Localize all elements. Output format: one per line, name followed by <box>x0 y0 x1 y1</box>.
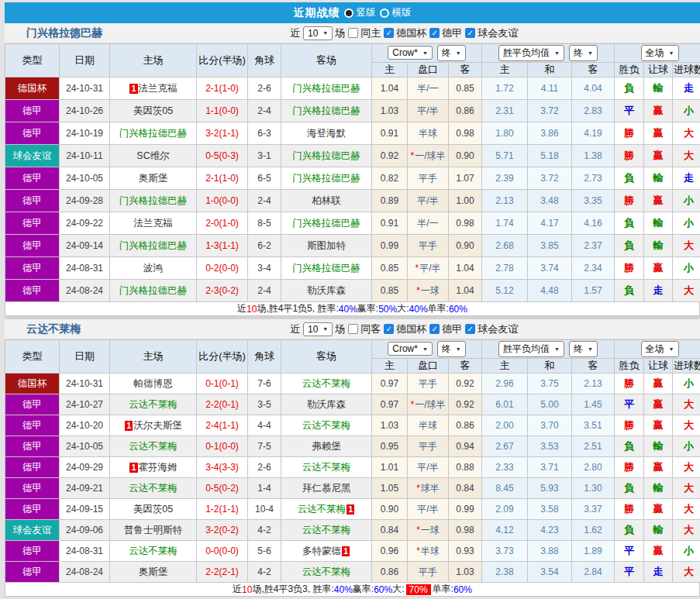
league-filter-label-2: 球会友谊 <box>478 26 518 40</box>
team-name: 云达不莱梅 <box>302 525 351 535</box>
asia-line: 一/球半 <box>415 150 445 161</box>
asia-home-odds: 0.82 <box>372 167 408 190</box>
summary-part: 40% <box>409 304 428 315</box>
goals-cell: 大 <box>673 478 700 499</box>
date-cell: 24-10-20 <box>60 415 110 436</box>
odds-company-select[interactable]: Crow*▼ <box>388 342 433 356</box>
team-title: 云达不莱梅 <box>26 322 181 336</box>
recent-count-select[interactable]: 10▼ <box>303 322 333 336</box>
asia-home-odds: 1.04 <box>372 77 408 100</box>
avg-home: 2.13 <box>482 190 528 212</box>
avg-stage-select[interactable]: 终▼ <box>569 45 598 61</box>
home-team-cell: 门兴格拉德巴赫 <box>110 190 197 212</box>
avg-away: 4.16 <box>572 212 615 235</box>
horizontal-layout-radio[interactable]: 横版 <box>380 6 412 19</box>
scope-select[interactable]: 全场▼ <box>641 341 679 357</box>
away-team-cell: 门兴格拉德巴赫 <box>281 100 372 122</box>
corners-cell: 3-4 <box>248 257 281 280</box>
asia-line: 半球 <box>419 420 437 431</box>
league-cell: 德甲 <box>5 167 60 190</box>
team-section: 云达不莱梅近10▼场同客✓德国杯✓德甲✓球会友谊类型日期主场比分(半场)角球客场… <box>5 319 700 597</box>
score-cell: 0-1(0-0) <box>197 436 248 457</box>
avg-home: 2.68 <box>482 235 528 257</box>
avg-stage-select-value: 终 <box>574 46 583 60</box>
away-team-cell: 云达不莱梅 <box>281 374 372 394</box>
scope-select-value: 全场 <box>646 343 664 356</box>
summary-part: 50% <box>378 304 397 315</box>
league-filter-label-2: 球会友谊 <box>478 322 518 336</box>
date-cell: 24-09-15 <box>60 499 110 520</box>
chevron-down-icon: ▼ <box>588 50 593 56</box>
league-filter-checkbox-2[interactable]: ✓ <box>465 28 475 38</box>
avg-draw: 3.72 <box>528 100 572 122</box>
goals-cell: 小 <box>673 257 700 280</box>
result-cell: 負 <box>615 212 644 235</box>
league-cell: 德甲 <box>5 394 60 415</box>
home-team-cell: 1沃尔夫斯堡 <box>110 415 197 436</box>
avg-draw: 3.72 <box>528 167 572 190</box>
avg-metric-select[interactable]: 胜平负均值▼ <box>498 341 564 357</box>
corners-cell: 2-4 <box>248 280 281 302</box>
date-cell: 24-10-11 <box>60 145 110 167</box>
avg-metric-select[interactable]: 胜平负均值▼ <box>498 45 564 61</box>
same-venue-checkbox[interactable] <box>348 324 358 334</box>
scope-select[interactable]: 全场▼ <box>641 45 679 61</box>
league-filter-checkbox-0[interactable]: ✓ <box>384 324 394 334</box>
match-row: 德甲24-09-14门兴格拉德巴赫1-3(1-1)6-2斯图加特0.99平手0.… <box>5 235 700 257</box>
corners-cell: 4-2 <box>248 562 281 583</box>
team-name: 帕德博恩 <box>134 378 173 389</box>
avg-draw: 3.70 <box>528 415 572 436</box>
odds-stage-select-value: 终 <box>442 46 451 60</box>
avg-draw: 3.75 <box>528 374 572 394</box>
col-avg-home: 主 <box>482 63 528 77</box>
odds-company-select[interactable]: Crow*▼ <box>388 46 433 60</box>
corners-cell: 7-5 <box>248 436 281 457</box>
handicap-cell: 輸 <box>644 212 673 235</box>
odds-stage-select-value: 终 <box>442 343 451 356</box>
asia-line-cell: 半球 <box>408 122 449 145</box>
asia-line: 一球 <box>421 525 440 535</box>
odds-stage-select[interactable]: 终▼ <box>437 45 466 61</box>
asia-home-odds: 1.03 <box>372 100 408 122</box>
home-team-cell: 法兰克福 <box>110 212 197 235</box>
league-filter-checkbox-0[interactable]: ✓ <box>384 28 394 38</box>
match-row: 球会友谊24-10-11SC维尔0-5(0-3)3-1门兴格拉德巴赫0.92*一… <box>5 145 700 167</box>
league-filter-checkbox-2[interactable]: ✓ <box>465 324 475 334</box>
match-filters: 近10▼场同主✓德国杯✓德甲✓球会友谊 <box>290 26 519 40</box>
date-cell: 24-09-21 <box>60 478 110 499</box>
result-cell: 平 <box>615 562 644 583</box>
col-date: 日期 <box>60 44 110 77</box>
league-filter-checkbox-1[interactable]: ✓ <box>429 324 440 334</box>
avg-draw: 3.54 <box>528 562 572 583</box>
avg-stage-select[interactable]: 终▼ <box>569 341 598 357</box>
score-cell: 0-1(0-1) <box>197 374 248 394</box>
asia-away-odds: 0.92 <box>449 374 482 394</box>
home-team-cell: 云达不莱梅 <box>110 541 197 562</box>
asia-away-odds: 0.88 <box>449 457 482 478</box>
date-cell: 24-09-29 <box>60 457 110 478</box>
league-filter-checkbox-1[interactable]: ✓ <box>429 28 440 38</box>
odds-stage-select[interactable]: 终▼ <box>437 341 466 357</box>
same-venue-checkbox[interactable] <box>348 28 358 38</box>
col-asia-line: 盘口 <box>408 63 449 77</box>
asia-line: 平手 <box>419 240 437 251</box>
away-team-cell: 门兴格拉德巴赫 <box>281 77 372 100</box>
asia-line-cell: 半/一 <box>408 77 449 100</box>
away-team-cell: 云达不莱梅 <box>281 520 372 541</box>
recent-count-select-value: 10 <box>308 324 318 335</box>
col-avg-away: 客 <box>572 63 615 77</box>
corners-cell: 1-4 <box>248 478 281 499</box>
date-cell: 24-10-19 <box>60 122 110 145</box>
corners-cell: 8-5 <box>248 212 281 235</box>
recent-count-select[interactable]: 10▼ <box>303 26 333 40</box>
league-cell: 德国杯 <box>5 374 60 394</box>
team-name: 奥斯堡 <box>139 566 168 577</box>
asia-away-odds: 0.98 <box>449 520 482 541</box>
asia-line-cell: 半球 <box>408 415 449 436</box>
handicap-cell: 贏 <box>644 257 673 280</box>
asia-home-odds: 0.97 <box>372 394 408 415</box>
rank-badge: 1 <box>129 463 137 473</box>
score-cell: 0-5(0-3) <box>197 145 248 167</box>
vertical-layout-radio[interactable]: 竖版 <box>344 6 376 19</box>
avg-draw: 5.93 <box>528 478 572 499</box>
